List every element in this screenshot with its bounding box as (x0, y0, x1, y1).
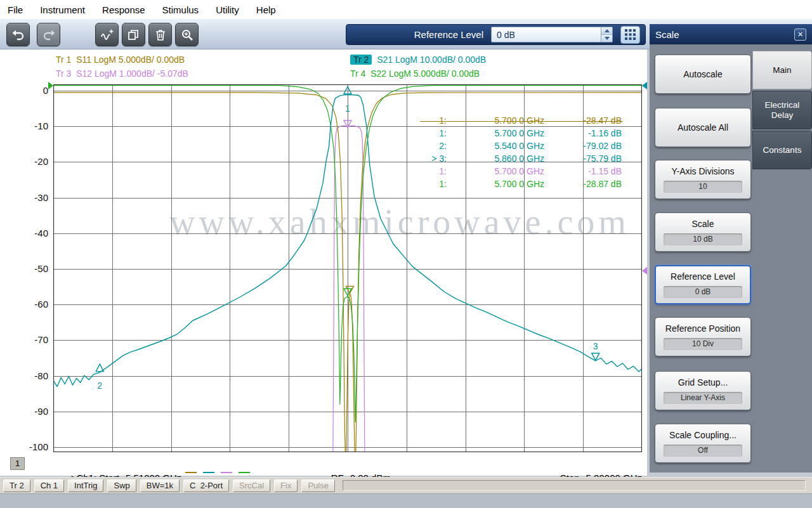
trace-label: S11 LogM 5.000dB/ 0.00dB (71, 55, 185, 65)
trash-icon (154, 28, 167, 42)
y-axis-tick-label: -30 (19, 192, 48, 204)
panel-button-reference-position[interactable]: Reference Position10 Div (655, 317, 751, 356)
panel-button-reference-level[interactable]: Reference Level0 dB (655, 265, 751, 304)
marker-readout-row: 1:5.700 0 GHz-1.15 dB (417, 166, 624, 179)
panel-button-value: Linear Y-Axis (664, 392, 742, 404)
tab-constants[interactable]: Constants (752, 131, 812, 169)
tab-electrical-delay[interactable]: Electrical Delay (752, 91, 812, 129)
readout-freq: 5.700 0 GHz (449, 128, 544, 141)
zoom-button[interactable] (175, 23, 199, 46)
menu-item-instrument[interactable]: Instrument (40, 4, 85, 15)
trace-annotation-tr-2[interactable]: Tr 2 S21 LogM 10.00dB/ 0.00dB (350, 55, 486, 65)
status-button-c-2-port[interactable]: C 2-Port (183, 479, 229, 492)
chart-area: www.xahxmicrowave.com 123 Tr 1 S11 LogM … (0, 49, 647, 476)
reference-level-input[interactable]: 0 dB (491, 27, 613, 42)
delete-button[interactable] (148, 23, 172, 46)
status-button-ch-1[interactable]: Ch 1 (34, 479, 64, 492)
menu-item-stimulus[interactable]: Stimulus (162, 4, 199, 15)
panel-button-label: Scale Coupling... (669, 430, 737, 441)
readout-marker: 1: (417, 179, 447, 192)
ref-indicator-right-arrow-icon (642, 267, 647, 275)
panel-button-value: 10 (664, 181, 742, 193)
readout-marker: 1: (417, 128, 447, 141)
trace-id-tr-2: Tr 2 (350, 55, 372, 65)
trace-annotation-tr-3[interactable]: Tr 3 S12 LogM 1.000dB/ -5.07dB (56, 68, 188, 79)
y-axis-tick-label: 0 (19, 85, 48, 96)
menu-item-file[interactable]: File (8, 4, 23, 15)
status-button-inttrig[interactable]: IntTrig (68, 479, 103, 492)
panel-button-autoscale-all[interactable]: Autoscale All (655, 108, 751, 147)
readout-freq: 5.700 0 GHz (449, 166, 544, 179)
y-axis-tick-label: -10 (19, 120, 48, 132)
readout-marker: 1: (417, 115, 447, 128)
trace-id-tr-4: Tr 4 (350, 68, 365, 79)
panel-button-label: Grid Setup... (678, 377, 728, 388)
keypad-button[interactable] (620, 26, 640, 44)
menu-item-help[interactable]: Help (256, 4, 276, 15)
undo-button[interactable] (6, 23, 30, 46)
arrow-down-icon (605, 37, 610, 40)
channel-number-box[interactable]: 1 (10, 457, 25, 470)
zoom-in-icon (180, 28, 194, 42)
readout-freq: 5.700 0 GHz (449, 115, 544, 128)
panel-button-label: Y-Axis Divisions (671, 166, 734, 177)
status-button-pulse[interactable]: Pulse (301, 479, 335, 492)
panel-button-scale-coupling[interactable]: Scale Coupling...Off (655, 424, 751, 463)
keypad-icon (625, 29, 636, 40)
status-buttons: Tr 2Ch 1IntTrigSwpBW=1kC 2-PortSrcCalFix… (3, 479, 339, 492)
y-axis-tick-label: -40 (19, 228, 48, 239)
svg-text:1: 1 (345, 103, 350, 114)
spinner-up-button[interactable] (601, 27, 612, 35)
panel-button-label: Reference Level (671, 271, 735, 282)
add-marker-button[interactable] (95, 23, 119, 46)
y-axis-tick-label: -50 (19, 263, 48, 275)
status-groove (343, 480, 806, 491)
reference-level-value: 0 dB (492, 30, 601, 40)
panel-button-y-axis-divisions[interactable]: Y-Axis Divisions10 (655, 160, 751, 199)
y-axis-tick-label: -70 (19, 334, 48, 346)
trace-annotation-tr-1[interactable]: Tr 1 S11 LogM 5.000dB/ 0.00dB (56, 55, 185, 65)
legend-dash-tr-3 (221, 472, 232, 473)
panel-button-value: 0 dB (664, 286, 742, 298)
menu-item-response[interactable]: Response (102, 4, 145, 15)
panel-button-label: Autoscale All (678, 122, 728, 133)
status-button-fix[interactable]: Fix (274, 479, 298, 492)
status-button-bw-1k[interactable]: BW=1k (140, 479, 180, 492)
panel-button-autoscale[interactable]: Autoscale (655, 55, 751, 94)
status-button-tr-2[interactable]: Tr 2 (3, 479, 30, 492)
ref-indicator-right-arrow-icon (642, 82, 647, 89)
menu-bar: FileInstrumentResponseStimulusUtilityHel… (0, 0, 812, 19)
legend-dash-tr-1 (185, 472, 197, 473)
undo-icon (11, 28, 25, 42)
readout-value: -28.47 dB (547, 115, 622, 128)
panel-button-grid-setup[interactable]: Grid Setup...Linear Y-Axis (655, 371, 751, 410)
trace-label: S22 LogM 5.000dB/ 0.00dB (365, 68, 480, 79)
ref-indicator-left-arrow-icon (48, 82, 53, 89)
panel-button-scale[interactable]: Scale10 dB (655, 212, 751, 252)
status-bar: Tr 2Ch 1IntTrigSwpBW=1kC 2-PortSrcCalFix… (0, 477, 812, 493)
close-button[interactable]: × (794, 29, 806, 41)
y-axis-tick-label: -90 (19, 406, 48, 417)
readout-freq: 5.700 0 GHz (449, 179, 544, 192)
readout-freq: 5.860 0 GHz (449, 153, 544, 166)
copy-icon (127, 28, 141, 42)
readout-marker: 1: (417, 166, 447, 179)
redo-button[interactable] (37, 23, 60, 46)
panel-button-value: Off (664, 445, 742, 457)
trace-annotation-tr-4[interactable]: Tr 4 S22 LogM 5.000dB/ 0.00dB (350, 68, 480, 79)
readout-value: -28.87 dB (547, 179, 622, 192)
spinner-down-button[interactable] (601, 35, 612, 42)
marker-readouts: 1:5.700 0 GHz-28.47 dB1:5.700 0 GHz-1.16… (417, 115, 624, 192)
menu-item-utility[interactable]: Utility (216, 4, 239, 15)
status-button-srccal[interactable]: SrcCal (233, 479, 270, 492)
tab-main[interactable]: Main (752, 51, 812, 89)
marker-readout-row: 1:5.700 0 GHz-28.47 dB (417, 115, 624, 128)
readout-marker: > 3: (417, 153, 447, 166)
status-button-swp[interactable]: Swp (107, 479, 136, 492)
redo-icon (42, 28, 56, 42)
legend-dash-tr-4 (239, 472, 250, 473)
scale-panel: Scale × AutoscaleAutoscale AllY-Axis Div… (650, 24, 812, 472)
copy-screen-button[interactable] (122, 23, 145, 46)
trace-label: S21 LogM 10.00dB/ 0.00dB (372, 55, 486, 65)
y-axis-tick-label: -60 (19, 299, 48, 310)
